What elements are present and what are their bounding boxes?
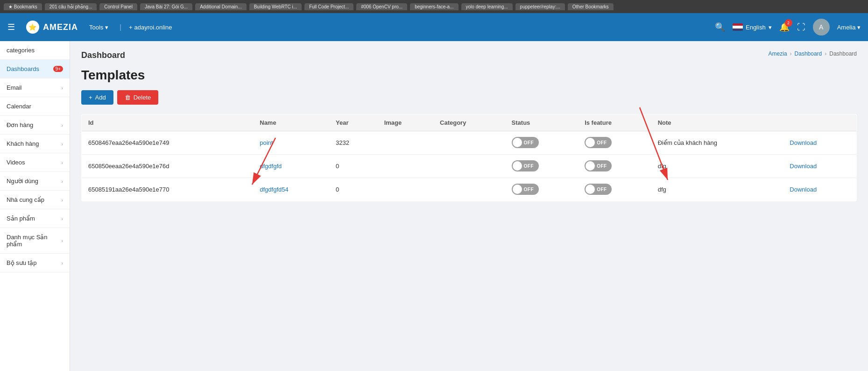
- sidebar-item-calendar[interactable]: Calendar: [0, 97, 70, 116]
- browser-tab-9[interactable]: yolo deep learning...: [461, 3, 513, 10]
- cell-status: OFF: [505, 155, 579, 178]
- cell-category: [433, 155, 505, 178]
- name-link[interactable]: dfgdfgfd54: [260, 186, 288, 193]
- user-chevron-icon: ▾: [857, 24, 861, 31]
- delete-button[interactable]: 🗑 Delete: [117, 90, 159, 105]
- cell-status: OFF: [505, 131, 579, 155]
- cell-year: 0: [329, 155, 378, 178]
- breadcrumb: Amezia › Dashboard › Dashboard: [769, 50, 857, 57]
- sidebar-item-nguoi-dung[interactable]: Người dùng ›: [0, 172, 70, 191]
- sidebar-item-khach-hang[interactable]: Khách hàng ›: [0, 135, 70, 153]
- chevron-right-icon: ›: [61, 122, 63, 128]
- domain-plus-icon: +: [129, 24, 133, 31]
- sidebar-item-nha-cung-cap[interactable]: Nhà cung cấp ›: [0, 191, 70, 209]
- status-toggle[interactable]: OFF: [512, 137, 539, 148]
- status-toggle[interactable]: OFF: [512, 184, 539, 195]
- logo-text: AMEZIA: [43, 22, 78, 32]
- cell-image: [378, 131, 433, 155]
- table-body: 6508467eaa26e4a590e1e749 point 3232 OFF: [82, 131, 857, 201]
- notification-badge: 2: [785, 19, 792, 27]
- sidebar-item-dashboards[interactable]: Dashboards 9+: [0, 60, 70, 78]
- cell-note: dfg: [651, 155, 783, 178]
- add-icon: +: [89, 94, 92, 101]
- sidebar-item-label: Nhà cung cấp: [7, 196, 44, 203]
- status-toggle[interactable]: OFF: [512, 160, 539, 171]
- cell-id: 650850eeaa26e4a590e1e76d: [82, 155, 254, 178]
- toggle-knob: [586, 138, 595, 147]
- download-link[interactable]: Download: [790, 139, 817, 146]
- cell-is-feature: OFF: [578, 131, 651, 155]
- col-category: Category: [433, 114, 505, 131]
- app-logo: ⭐ AMEZIA: [26, 21, 78, 34]
- browser-tab-bookmarks2[interactable]: Other Bookmarks: [568, 3, 614, 10]
- menu-icon[interactable]: ☰: [7, 22, 15, 32]
- chevron-right-icon: ›: [61, 160, 63, 165]
- expand-icon[interactable]: ⛶: [797, 22, 805, 32]
- table-row: 65085191aa26e4a590e1e770 dfgdfgfd54 0 OF…: [82, 178, 857, 201]
- toggle-label: OFF: [597, 187, 607, 192]
- flag-icon: [733, 23, 743, 31]
- browser-tab-7[interactable]: #006 OpenCV pro...: [356, 3, 407, 10]
- add-button[interactable]: + Add: [81, 90, 113, 105]
- browser-tab-1[interactable]: 201 câu hỏi phỏng...: [45, 3, 97, 10]
- chevron-right-icon: ›: [61, 260, 63, 266]
- toggle-label: OFF: [597, 164, 607, 169]
- tools-label: Tools: [89, 24, 103, 31]
- breadcrumb-dashboard-1[interactable]: Dashboard: [795, 50, 822, 57]
- col-action: [783, 114, 856, 131]
- sidebar-item-email[interactable]: Email ›: [0, 78, 70, 97]
- name-link[interactable]: point: [260, 139, 273, 146]
- browser-tab-4[interactable]: Additional Domain...: [195, 3, 247, 10]
- cell-status: OFF: [505, 178, 579, 201]
- table-row: 650850eeaa26e4a590e1e76d dfgdfgfd 0 OFF: [82, 155, 857, 178]
- col-image: Image: [378, 114, 433, 131]
- notifications-bell[interactable]: 🔔 2: [779, 22, 790, 32]
- cell-download: Download: [783, 155, 856, 178]
- add-label: Add: [95, 94, 106, 101]
- sidebar-item-bo-suu-tap[interactable]: Bộ sưu tập ›: [0, 254, 70, 272]
- tools-menu[interactable]: Tools ▾: [85, 22, 112, 33]
- feature-toggle[interactable]: OFF: [585, 184, 612, 195]
- browser-tab-3[interactable]: Java Bài 27: Gói G...: [140, 3, 192, 10]
- sidebar-item-categories[interactable]: categories: [0, 41, 70, 60]
- browser-tab-5[interactable]: Building WebRTC i...: [249, 3, 302, 10]
- breadcrumb-amezia[interactable]: Amezia: [769, 50, 787, 57]
- cell-name: dfgdfgfd54: [253, 178, 329, 201]
- browser-tab-8[interactable]: beginners-face-a...: [410, 3, 458, 10]
- cell-note: Điểm của khách hàng: [651, 131, 783, 155]
- sidebar-item-videos[interactable]: Videos ›: [0, 153, 70, 172]
- cell-id: 6508467eaa26e4a590e1e749: [82, 131, 254, 155]
- feature-toggle[interactable]: OFF: [585, 137, 612, 148]
- breadcrumb-row: Dashboard Amezia › Dashboard › Dashboard: [81, 50, 857, 60]
- download-link[interactable]: Download: [790, 163, 817, 170]
- browser-tab-10[interactable]: puppeteer/replay:...: [515, 3, 565, 10]
- chevron-right-icon: ›: [61, 216, 63, 221]
- browser-tab-bookmarks[interactable]: ★ Bookmarks: [4, 3, 42, 10]
- sidebar-item-danh-muc-san-pham[interactable]: Danh mục Sản phẩm ›: [0, 228, 70, 254]
- cell-download: Download: [783, 131, 856, 155]
- logo-star-icon: ⭐: [26, 21, 39, 34]
- browser-tab-6[interactable]: Full Code Project...: [304, 3, 353, 10]
- lang-label: English: [746, 24, 766, 31]
- name-link[interactable]: dfgdfgfd: [260, 163, 282, 170]
- search-icon[interactable]: 🔍: [715, 22, 725, 32]
- toggle-knob: [513, 138, 522, 147]
- feature-toggle[interactable]: OFF: [585, 160, 612, 171]
- language-selector[interactable]: English ▾: [733, 23, 772, 31]
- download-link[interactable]: Download: [790, 186, 817, 193]
- domain-link[interactable]: + adayroi.online: [129, 24, 172, 31]
- cell-category: [433, 178, 505, 201]
- sidebar-item-don-hang[interactable]: Đơn hàng ›: [0, 116, 70, 135]
- sidebar-item-san-pham[interactable]: Sản phẩm ›: [0, 209, 70, 228]
- cell-category: [433, 131, 505, 155]
- browser-tab-2[interactable]: Control Panel: [99, 3, 137, 10]
- sidebar-item-label: Đơn hàng: [7, 121, 33, 128]
- username-label[interactable]: Amelia ▾: [837, 24, 861, 31]
- header-divider: |: [120, 23, 121, 31]
- sidebar-item-label: Khách hàng: [7, 140, 39, 147]
- col-year: Year: [329, 114, 378, 131]
- page-title: Dashboard: [81, 50, 125, 60]
- cell-name: point: [253, 131, 329, 155]
- app-header: ☰ ⭐ AMEZIA Tools ▾ | + adayroi.online 🔍 …: [0, 13, 868, 41]
- avatar[interactable]: A: [813, 19, 830, 36]
